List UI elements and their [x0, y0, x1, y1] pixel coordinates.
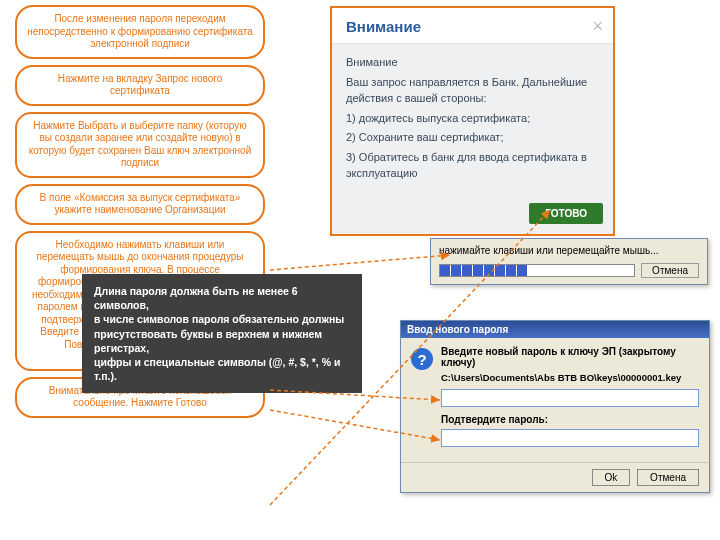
attention-text: Ваш запрос направляется в Банк. Дальнейш…: [346, 74, 599, 107]
password-dialog: Ввод нового пароля ? Введите новый парол…: [400, 320, 710, 493]
attention-item-1: 1) дождитесь выпуска сертификата;: [346, 110, 599, 127]
cancel-button[interactable]: Отмена: [637, 469, 699, 486]
rng-dialog: нажимайте клавиши или перемещайте мышь..…: [430, 238, 708, 285]
key-path: C:\Users\Documents\Abs BTB BO\keys\00000…: [441, 372, 699, 383]
password-dialog-title: Ввод нового пароля: [401, 321, 709, 338]
svg-line-0: [270, 255, 450, 270]
attention-modal: Внимание × Внимание Ваш запрос направляе…: [330, 6, 615, 236]
password-input[interactable]: [441, 389, 699, 407]
password-rules-tooltip: Длина пароля должна быть не менее 6 симв…: [82, 274, 362, 393]
attention-item-2: 2) Сохраните ваш сертификат;: [346, 129, 599, 146]
password-rule-length: Длина пароля должна быть не менее 6 симв…: [94, 285, 298, 311]
step-bubble-tab: Нажмите на вкладку Запрос нового сертифи…: [15, 65, 265, 106]
rng-message: нажимайте клавиши или перемещайте мышь..…: [431, 239, 707, 260]
question-icon: ?: [411, 348, 433, 370]
attention-subtitle: Внимание: [346, 54, 599, 71]
rng-progress-bar: [439, 264, 635, 277]
attention-item-3: 3) Обратитесь в банк для ввода сертифика…: [346, 149, 599, 182]
step-bubble-intro: После изменения пароля переходим непосре…: [15, 5, 265, 59]
step-bubble-commission: В поле «Комиссия за выпуск сертификата» …: [15, 184, 265, 225]
ok-button[interactable]: Ok: [592, 469, 631, 486]
password-confirm-input[interactable]: [441, 429, 699, 447]
password-rule-case: в числе символов пароля обязательно долж…: [94, 313, 344, 353]
step-bubble-select-folder: Нажмите Выбрать и выберите папку (котору…: [15, 112, 265, 178]
close-icon[interactable]: ×: [592, 16, 603, 37]
password-rule-symbols: цифры и специальные символы (@, #, $, *,…: [94, 356, 340, 382]
password-prompt-label: Введите новый пароль к ключу ЭП (закрыто…: [441, 346, 699, 368]
ready-button[interactable]: Готово: [529, 203, 603, 224]
rng-cancel-button[interactable]: Отмена: [641, 263, 699, 278]
confirm-label: Подтвердите пароль:: [441, 414, 699, 425]
attention-title: Внимание: [346, 18, 421, 35]
